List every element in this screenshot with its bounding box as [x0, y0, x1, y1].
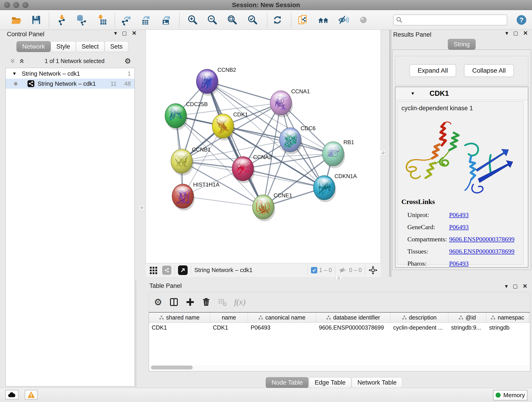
export-network-icon[interactable] [120, 14, 131, 26]
network-node-cdkn1a[interactable]: CDKN1A [313, 173, 357, 202]
first-neighbors-icon[interactable] [318, 14, 329, 26]
collapse-all-button[interactable]: Collapse All [464, 64, 514, 77]
new-network-from-selection-icon[interactable] [298, 14, 308, 26]
export-image-icon[interactable] [160, 14, 171, 26]
panel-menu-icon[interactable]: ▾ [505, 30, 508, 36]
network-node-cdc25b[interactable]: CDC25B [165, 101, 208, 130]
panel-menu-icon[interactable]: ▾ [114, 30, 117, 36]
column-header-5[interactable]: @id [448, 313, 486, 322]
network-graph[interactable]: CCNB2CCNA1CDC25BCDK1CDC6RB1CCNB1CCNA2CDK… [146, 30, 381, 263]
right-splitter-grip[interactable] [380, 150, 386, 155]
column-header-1[interactable]: name [210, 313, 248, 322]
tab-string[interactable]: String [448, 39, 476, 50]
network-node-hist1h1a[interactable]: HIST1H1A [172, 182, 220, 211]
table-row[interactable]: CDK1CDK1P064939606.ENSP00000378699cyclin… [149, 323, 530, 333]
tab-node-table[interactable]: Node Table [266, 377, 308, 388]
network-node-ccna2[interactable]: CCNA2 [232, 154, 272, 183]
cloud-status-button[interactable] [5, 390, 19, 400]
table-cell[interactable]: CDK1 [210, 323, 248, 333]
table-cell[interactable]: stringdb:9... [448, 323, 486, 333]
help-icon[interactable]: ? [516, 14, 527, 26]
panel-float-icon[interactable]: ▢ [122, 30, 127, 36]
save-session-icon[interactable] [31, 14, 42, 26]
network-node-ccnb1[interactable]: CCNB1 [171, 147, 210, 176]
crosslink-link[interactable]: P06493 [449, 223, 469, 231]
collapse-all-networks-icon[interactable] [10, 58, 16, 64]
column-header-3[interactable]: database identifier [316, 313, 390, 322]
apply-layout-icon[interactable] [272, 14, 283, 26]
network-node-ccna1[interactable]: CCNA1 [270, 88, 310, 117]
export-table-icon[interactable] [140, 14, 151, 26]
table-cell[interactable]: stringdb [486, 323, 529, 333]
panel-menu-icon[interactable]: ▾ [505, 283, 508, 289]
detach-view-icon[interactable] [178, 265, 188, 275]
tab-network-table[interactable]: Network Table [352, 377, 402, 388]
tab-sets[interactable]: Sets [104, 41, 128, 52]
crosslink-link[interactable]: 9606.ENSP00000378699 [449, 248, 514, 255]
table-cell[interactable]: P06493 [248, 323, 316, 333]
network-canvas[interactable]: CCNB2CCNA1CDC25BCDK1CDC6RB1CCNB1CCNA2CDK… [146, 30, 381, 263]
network-node-ccnb2[interactable]: CCNB2 [196, 67, 236, 96]
import-network-database-icon[interactable] [76, 14, 87, 26]
zoom-selected-icon[interactable] [247, 14, 258, 26]
hide-selected-icon[interactable] [338, 14, 349, 26]
open-session-icon[interactable] [11, 14, 22, 26]
birdseye-navigator-icon[interactable] [368, 266, 378, 275]
crosslink-link[interactable]: 9606.ENSP00000378699 [449, 236, 514, 243]
delete-table-icon[interactable] [218, 297, 227, 307]
tab-select[interactable]: Select [76, 41, 104, 52]
results-scrollbar[interactable] [524, 101, 527, 264]
zoom-fit-icon[interactable] [227, 14, 238, 26]
node-entry-header[interactable]: ▼ CDK1 [395, 87, 528, 100]
search-input[interactable] [403, 15, 507, 25]
collection-expand-icon[interactable]: ▼ [12, 71, 17, 76]
table-cell[interactable]: 9606.ENSP00000378699 [316, 323, 390, 333]
import-table-icon[interactable] [97, 14, 108, 26]
column-header-4[interactable]: description [390, 313, 448, 322]
panel-close-icon[interactable]: ✕ [132, 30, 137, 36]
network-node-rb1[interactable]: RB1 [322, 139, 354, 168]
table-cell[interactable]: cyclin-dependent ... [390, 323, 448, 333]
panel-close-icon[interactable]: ✕ [523, 30, 528, 36]
import-network-file-icon[interactable] [57, 14, 68, 26]
right-splitter[interactable] [389, 30, 391, 277]
network-options-gear-icon[interactable]: ⚙ [124, 57, 131, 65]
show-all-icon[interactable] [358, 14, 369, 26]
function-builder-icon[interactable]: f(x) [234, 297, 246, 307]
zoom-in-icon[interactable] [187, 14, 198, 26]
network-node-cdc6[interactable]: CDC6 [279, 125, 316, 154]
tab-edge-table[interactable]: Edge Table [309, 377, 351, 388]
panel-float-icon[interactable]: ▢ [513, 30, 518, 36]
panel-close-icon[interactable]: ✕ [523, 283, 527, 289]
column-header-6[interactable]: namespac [486, 313, 529, 322]
selected-checkbox-icon[interactable] [311, 267, 317, 274]
hidden-eye-icon[interactable] [338, 266, 347, 274]
bottom-splitter-grip[interactable] [336, 276, 342, 280]
add-column-icon[interactable] [186, 298, 195, 307]
column-header-0[interactable]: shared name [149, 313, 210, 322]
delete-column-icon[interactable] [202, 298, 211, 307]
table-cell[interactable]: CDK1 [149, 323, 210, 333]
network-row-selected[interactable]: String Network – cdk1 11 48 [6, 79, 134, 89]
crosslink-link[interactable]: P06493 [449, 260, 469, 267]
expand-all-button[interactable]: Expand All [409, 64, 456, 77]
table-horizontal-scrollbar[interactable] [149, 365, 530, 370]
expand-all-networks-icon[interactable] [19, 58, 25, 64]
show-columns-icon[interactable] [169, 297, 179, 307]
warning-status-button[interactable] [25, 390, 38, 400]
share-view-icon[interactable] [162, 266, 171, 275]
tab-style[interactable]: Style [51, 41, 76, 52]
grid-mode-icon[interactable] [149, 266, 158, 274]
entry-collapse-icon[interactable]: ▼ [411, 91, 415, 96]
memory-button[interactable]: Memory [493, 390, 527, 400]
left-splitter-grip[interactable] [139, 205, 144, 210]
zoom-out-icon[interactable] [207, 14, 218, 26]
column-header-2[interactable]: canonical name [248, 313, 316, 322]
scrollbar-thumb[interactable] [151, 366, 193, 370]
panel-float-icon[interactable]: ▢ [513, 283, 518, 289]
crosslink-link[interactable]: P06493 [449, 211, 469, 219]
network-node-ccne1[interactable]: CCNE1 [253, 192, 292, 221]
network-collection-row[interactable]: ▼ String Network – cdk1 1 [6, 69, 134, 79]
table-options-gear-icon[interactable]: ⚙ [154, 298, 162, 307]
tab-network[interactable]: Network [17, 41, 51, 52]
